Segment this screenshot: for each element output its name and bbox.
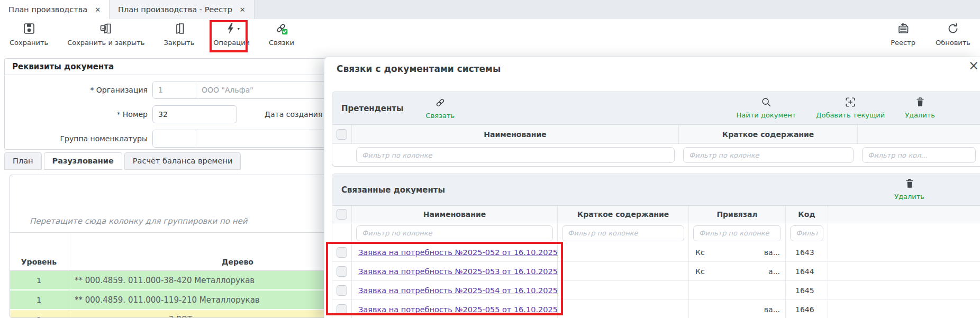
- extra-cell: [828, 300, 980, 318]
- row-checkbox[interactable]: [337, 304, 347, 315]
- tab-label: Расчёт баланса времени: [133, 157, 233, 165]
- linked-document-row[interactable]: Заявка на потребность №2025-053 от 16.10…: [332, 262, 980, 281]
- linked-documents-section: Связанные документы Удалить Наименование…: [332, 174, 980, 318]
- filter-name-input[interactable]: [356, 225, 553, 241]
- column-header-summary[interactable]: Краткое содержание: [558, 206, 689, 223]
- number-input[interactable]: [152, 105, 237, 123]
- column-header-extra: [858, 125, 980, 144]
- organization-field: [152, 81, 337, 99]
- linked-by-cell: ва...: [689, 300, 786, 318]
- filter-cell: [558, 223, 689, 243]
- operations-label: Операции: [213, 39, 250, 47]
- add-current-label: Добавить текущий: [816, 111, 885, 119]
- summary-cell: [558, 281, 689, 299]
- document-name-cell: Заявка на потребность №2025-052 от 16.10…: [352, 243, 558, 261]
- tab-time-balance[interactable]: Расчёт баланса времени: [124, 152, 241, 170]
- filter-cell: [786, 223, 828, 243]
- registry-button[interactable]: Реестр: [891, 22, 915, 47]
- column-header-linked-by[interactable]: Привязал: [689, 206, 786, 223]
- refresh-button[interactable]: Обновить: [936, 22, 970, 47]
- filter-code-input[interactable]: [790, 225, 823, 241]
- filter-extra-input[interactable]: [862, 147, 976, 163]
- operations-button[interactable]: ▾ Операции: [213, 22, 250, 47]
- close-label: Закрыть: [164, 39, 194, 47]
- applicants-table-header: Наименование Краткое содержание: [332, 125, 980, 144]
- links-dialog: Связки с документами системы × Претенден…: [324, 57, 980, 318]
- level-cell: 2: [10, 310, 68, 318]
- document-link[interactable]: Заявка на потребность №2025-052 от 16.10…: [358, 248, 558, 257]
- applicants-delete-button[interactable]: Удалить: [905, 96, 935, 119]
- document-link[interactable]: Заявка на потребность №2025-054 от 16.10…: [358, 286, 558, 295]
- tab-plan[interactable]: План: [4, 152, 42, 170]
- add-current-icon: [845, 96, 856, 110]
- link-action-button[interactable]: Связать: [426, 97, 455, 120]
- grouping-hint: Перетащите сюда колонку для группировки …: [30, 216, 248, 226]
- filter-linked-by-input[interactable]: [693, 225, 781, 241]
- close-button[interactable]: Закрыть: [164, 22, 194, 47]
- tab-razuzlovanie[interactable]: Разузлование: [44, 152, 122, 170]
- save-and-close-icon: [99, 22, 112, 37]
- header-checkbox-cell: [332, 206, 352, 223]
- dialog-title: Связки с документами системы: [337, 63, 501, 74]
- column-header-name[interactable]: Наименование: [352, 125, 679, 144]
- linked-document-row[interactable]: Заявка на потребность №2025-054 от 16.10…: [332, 281, 980, 300]
- close-tab-icon[interactable]: ✕: [95, 6, 101, 14]
- organization-name-input[interactable]: [196, 81, 337, 98]
- linked-by-fragment: ва...: [764, 248, 780, 257]
- window-tab-plan[interactable]: План производства ✕: [0, 0, 110, 19]
- linked-document-row[interactable]: Заявка на потребность №2025-055 от 16.10…: [332, 300, 980, 318]
- filter-cell: [689, 223, 786, 243]
- linked-documents-header: Связанные документы Удалить: [332, 174, 980, 206]
- row-checkbox-cell: [332, 300, 352, 318]
- column-header-level[interactable]: Уровень: [10, 233, 68, 270]
- column-header-name[interactable]: Наименование: [352, 206, 558, 223]
- filter-summary-input[interactable]: [562, 225, 684, 241]
- search-icon: [760, 96, 772, 110]
- nomenclature-group-label: Группа номенклатуры: [5, 134, 152, 143]
- links-button[interactable]: Связки: [269, 22, 294, 47]
- refresh-icon: [947, 22, 959, 37]
- document-link[interactable]: Заявка на потребность №2025-055 от 16.10…: [358, 305, 558, 314]
- door-icon: [173, 22, 185, 37]
- filter-summary-input[interactable]: [683, 147, 854, 163]
- applicants-title: Претенденты: [341, 104, 404, 113]
- summary-cell: [558, 243, 689, 261]
- save-button[interactable]: Сохранить: [10, 22, 48, 47]
- extra-cell: [828, 243, 980, 261]
- linked-delete-button[interactable]: Удалить: [894, 178, 924, 201]
- linked-by-cell: Ксва...: [689, 243, 786, 261]
- column-header-code[interactable]: Код: [786, 206, 828, 223]
- lightning-icon: ▾: [224, 22, 239, 37]
- trash-icon: [914, 96, 926, 110]
- organization-code-input[interactable]: [153, 81, 196, 98]
- filter-name-input[interactable]: [356, 147, 675, 163]
- select-all-checkbox[interactable]: [337, 209, 347, 220]
- find-document-button[interactable]: Найти документ: [737, 96, 796, 119]
- linked-table-header: Наименование Краткое содержание Привязал…: [332, 206, 980, 223]
- linked-filter-row: [332, 223, 980, 243]
- window-tab-registry[interactable]: План производства - Реестр ✕: [110, 0, 255, 19]
- operations-caret-icon: ▾: [238, 26, 240, 31]
- nomenclature-group-code-input[interactable]: [153, 130, 196, 147]
- tab-label: План: [13, 157, 33, 165]
- row-checkbox[interactable]: [337, 266, 347, 277]
- document-name-cell: Заявка на потребность №2025-053 от 16.10…: [352, 262, 558, 280]
- document-link[interactable]: Заявка на потребность №2025-053 от 16.10…: [358, 267, 558, 276]
- linked-by-fragment: ва...: [764, 305, 780, 314]
- linked-actions: Удалить: [894, 178, 924, 201]
- window-tab-label: План производства - Реестр: [118, 5, 232, 14]
- row-checkbox[interactable]: [337, 247, 347, 258]
- linked-document-row[interactable]: Заявка на потребность №2025-052 от 16.10…: [332, 243, 980, 262]
- row-checkbox-cell: [332, 281, 352, 299]
- column-header-summary[interactable]: Краткое содержание: [679, 125, 858, 144]
- save-and-close-button[interactable]: Сохранить и закрыть: [67, 22, 144, 47]
- dialog-close-icon[interactable]: ×: [968, 59, 979, 72]
- row-checkbox[interactable]: [337, 285, 347, 296]
- add-current-button[interactable]: Добавить текущий: [816, 96, 885, 119]
- select-all-checkbox[interactable]: [337, 129, 347, 140]
- number-label: * Номер: [5, 110, 152, 119]
- applicants-header: Претенденты Связать Найти документ: [332, 92, 980, 125]
- code-cell: 1645: [786, 281, 828, 299]
- toolbar: Сохранить Сохранить и закрыть Закрыть ▾ …: [0, 19, 980, 54]
- close-tab-icon[interactable]: ✕: [240, 6, 246, 14]
